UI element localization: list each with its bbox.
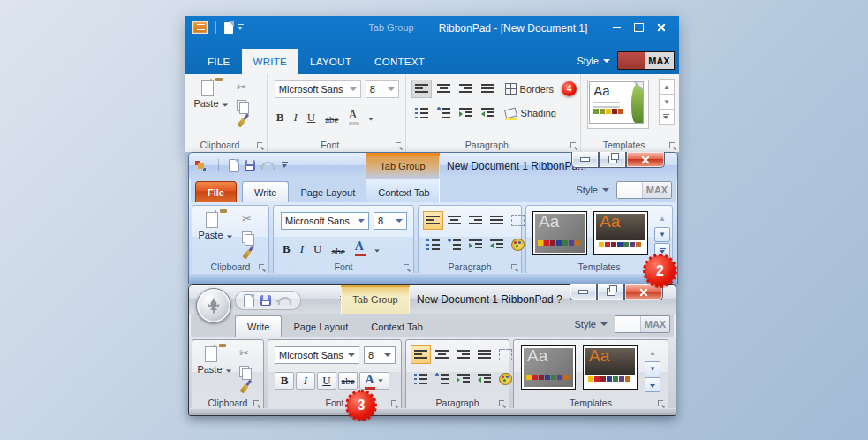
new-document-icon[interactable] — [224, 22, 233, 34]
font-color-button[interactable]: A — [355, 239, 364, 256]
tab-context[interactable]: Context Tab — [359, 316, 434, 337]
font-family-combo[interactable]: Microsoft Sans — [275, 346, 359, 364]
bold-button[interactable]: B — [276, 110, 284, 125]
copy-icon[interactable] — [242, 231, 252, 243]
paste-button[interactable]: Paste — [196, 345, 233, 375]
close-button[interactable] — [624, 284, 663, 300]
template-gallery-item[interactable]: Aa — [593, 211, 648, 255]
font-size-combo[interactable]: 8 — [364, 346, 396, 364]
gallery-more-button[interactable] — [659, 109, 675, 125]
gallery-scroll-up-button[interactable]: ▲ — [654, 211, 670, 226]
dialog-launcher[interactable] — [404, 264, 411, 271]
format-painter-icon[interactable] — [239, 384, 248, 394]
increase-indent-button[interactable] — [465, 235, 486, 254]
restore-button[interactable] — [599, 152, 626, 168]
font-size-combo[interactable]: 8 — [374, 212, 407, 230]
tab-write[interactable]: WRITE — [242, 49, 299, 74]
copy-icon[interactable] — [239, 366, 249, 377]
tab-page-layout[interactable]: Page Layout — [289, 182, 366, 202]
dialog-launcher[interactable] — [396, 142, 403, 149]
dialog-launcher[interactable] — [253, 400, 260, 407]
minimize-button[interactable] — [606, 20, 628, 34]
tab-page-layout[interactable]: Page Layout — [282, 316, 359, 337]
justify-button[interactable] — [478, 80, 498, 98]
new-document-icon[interactable] — [245, 295, 253, 307]
tab-write[interactable]: Write — [235, 315, 282, 337]
gallery-more-button[interactable] — [645, 377, 660, 392]
chevron-down-icon[interactable] — [374, 250, 380, 253]
underline-button[interactable]: U — [313, 242, 321, 256]
align-center-button[interactable] — [434, 80, 454, 98]
dialog-launcher[interactable] — [570, 142, 577, 149]
decrease-indent-button[interactable] — [478, 103, 498, 122]
restore-button[interactable] — [597, 284, 624, 300]
strikethrough-button[interactable]: abe — [338, 372, 358, 390]
format-painter-icon[interactable] — [237, 118, 245, 128]
italic-button[interactable]: I — [294, 110, 298, 125]
font-family-combo[interactable]: Microsoft Sans — [275, 80, 361, 98]
style-dropdown[interactable]: Style — [577, 185, 609, 195]
align-right-button[interactable] — [465, 211, 486, 230]
cut-icon[interactable]: ✂ — [239, 347, 249, 359]
align-center-button[interactable] — [444, 211, 464, 230]
justify-button[interactable] — [474, 345, 494, 364]
format-painter-icon[interactable] — [242, 250, 251, 260]
decrease-indent-button[interactable] — [474, 369, 494, 388]
shading-button[interactable]: Shading — [505, 103, 556, 122]
minimize-button[interactable] — [570, 284, 597, 300]
dialog-launcher[interactable] — [259, 264, 266, 271]
gallery-scroll-down-button[interactable]: ▼ — [654, 227, 670, 242]
copy-icon[interactable] — [237, 100, 246, 111]
align-center-button[interactable] — [432, 345, 452, 364]
max-toggle-button[interactable]: MAX — [617, 51, 675, 70]
cut-icon[interactable]: ✂ — [242, 213, 252, 224]
new-document-icon[interactable] — [230, 160, 238, 171]
app-icon[interactable] — [195, 160, 208, 171]
gallery-scroll-down-button[interactable]: ▼ — [659, 94, 675, 110]
numbered-list-button[interactable] — [423, 235, 443, 254]
tab-context[interactable]: Context Tab — [366, 182, 442, 202]
tab-write[interactable]: Write — [242, 181, 289, 202]
dialog-launcher[interactable] — [257, 142, 264, 149]
italic-button[interactable]: I — [296, 372, 315, 390]
font-family-combo[interactable]: Microsoft Sans — [281, 212, 369, 230]
template-gallery-item[interactable]: Aa — [532, 211, 587, 255]
close-button[interactable] — [650, 20, 672, 34]
bold-button[interactable]: B — [283, 242, 291, 256]
paste-button[interactable]: Paste — [197, 211, 234, 240]
bold-button[interactable]: B — [275, 372, 294, 390]
align-left-button[interactable] — [411, 345, 431, 364]
style-dropdown[interactable]: Style — [575, 319, 608, 330]
font-color-button[interactable]: A — [349, 108, 358, 125]
app-icon[interactable] — [192, 21, 208, 34]
max-toggle-button[interactable]: MAX — [615, 315, 670, 333]
save-icon[interactable] — [260, 295, 271, 306]
style-dropdown[interactable]: Style — [577, 56, 610, 66]
increase-indent-button[interactable] — [456, 103, 476, 122]
cut-icon[interactable]: ✂ — [237, 81, 246, 93]
dialog-launcher[interactable] — [391, 400, 398, 407]
close-button[interactable] — [626, 152, 665, 168]
dialog-launcher[interactable] — [499, 400, 506, 407]
minimize-button[interactable] — [571, 152, 599, 168]
gallery-scroll-up-button[interactable]: ▲ — [645, 345, 660, 360]
borders-button[interactable]: Borders — [505, 80, 555, 98]
align-left-button[interactable] — [423, 211, 443, 230]
justify-button[interactable] — [487, 211, 507, 230]
increase-indent-button[interactable] — [453, 369, 473, 388]
save-icon[interactable] — [245, 160, 255, 171]
template-gallery-item[interactable]: Aa — [583, 345, 638, 390]
bullet-list-button[interactable] — [444, 235, 464, 254]
chevron-down-icon[interactable] — [368, 118, 374, 121]
underline-button[interactable]: U — [307, 110, 315, 125]
undo-icon[interactable] — [261, 162, 275, 170]
gallery-scroll-up-button[interactable]: ▲ — [659, 79, 675, 95]
max-toggle-button[interactable]: MAX — [616, 181, 672, 199]
tab-layout[interactable]: LAYOUT — [298, 49, 363, 74]
align-left-button[interactable] — [411, 80, 432, 98]
application-orb-button[interactable] — [196, 288, 231, 323]
dialog-launcher[interactable] — [658, 400, 665, 407]
paste-button[interactable]: Paste — [192, 80, 230, 109]
undo-icon[interactable] — [278, 297, 291, 305]
font-size-combo[interactable]: 8 — [366, 80, 399, 98]
